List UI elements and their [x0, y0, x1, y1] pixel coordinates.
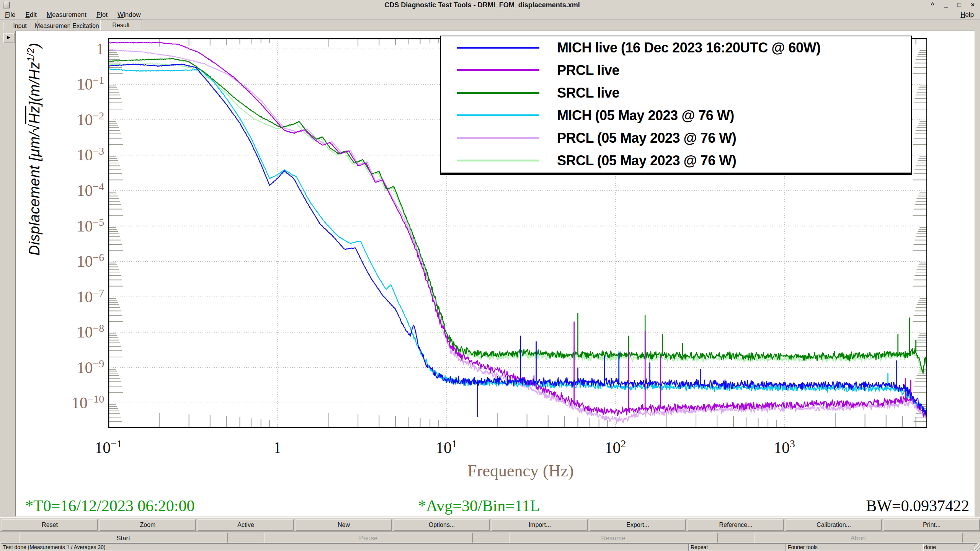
resume-button: Resume	[509, 533, 718, 544]
menu-items: FileEditMeasurementPlotWindow	[0, 11, 145, 18]
legend-entry: PRCL (05 May 2023 @ 76 W)	[441, 127, 911, 149]
y-tick-label: 10−2	[77, 111, 105, 129]
options-button[interactable]: Options...	[394, 519, 490, 531]
menu-plot[interactable]: Plot	[91, 10, 113, 19]
legend-label: MICH (05 May 2023 @ 76 W)	[557, 108, 734, 124]
tab-bar: InputMeasurementExcitationResult	[0, 19, 980, 31]
y-tick-label: 10−4	[77, 181, 105, 200]
y-tick-label: 10−9	[77, 359, 105, 377]
legend-line-swatch	[457, 47, 539, 49]
bw-annotation: BW=0.0937422	[866, 497, 969, 515]
y-tick-label: 10−8	[77, 323, 105, 341]
y-tick-label: 10−7	[77, 288, 105, 306]
export-button[interactable]: Export...	[590, 519, 686, 531]
menu-file[interactable]: File	[0, 10, 20, 19]
zoom-button[interactable]: Zoom	[100, 519, 196, 531]
y-tick-label: 10−5	[77, 217, 105, 235]
x-tick-label: 1	[273, 439, 281, 457]
close-button[interactable]: ×	[969, 0, 976, 10]
legend-entry: MICH (05 May 2023 @ 76 W)	[441, 104, 911, 127]
legend-line-swatch	[457, 137, 539, 139]
status-segment-3: done	[922, 543, 977, 551]
legend-line-swatch	[457, 92, 539, 94]
legend-label: MICH live (16 Dec 2023 16:20UTC @ 60W)	[557, 40, 820, 56]
window-controls: ^_□×	[929, 0, 976, 10]
tab-measurement[interactable]: Measurement	[37, 21, 70, 31]
status-segment-2: Fourier tools	[786, 543, 924, 551]
reference-button[interactable]: Reference...	[688, 519, 784, 531]
t0-annotation: *T0=16/12/2023 06:20:00	[25, 497, 195, 515]
legend-line-swatch	[457, 114, 539, 116]
reset-button[interactable]: Reset	[2, 519, 98, 531]
y-axis-label: Displacement [μm/√Hz](m/Hz1/2)	[26, 43, 43, 256]
y-tick-label: 10−1	[77, 75, 105, 93]
menu-edit[interactable]: Edit	[20, 10, 41, 19]
title-bar: CDS Diagnostic Test Tools - DRMI_FOM_dis…	[0, 0, 980, 10]
y-tick-label: 10−10	[72, 394, 104, 412]
pause-button: Pause	[264, 533, 473, 544]
menu-measurement[interactable]: Measurement	[42, 10, 91, 19]
print-button[interactable]: Print...	[884, 519, 980, 531]
x-axis-label: Frequency (Hz)	[467, 461, 573, 481]
legend-label: SRCL live	[557, 85, 619, 101]
minimize-button[interactable]: _	[942, 0, 949, 10]
right-arrow-icon: ▶	[7, 35, 10, 39]
legend-label: SRCL (05 May 2023 @ 76 W)	[557, 153, 736, 169]
menu-help[interactable]: Help	[957, 11, 978, 19]
legend-line-swatch	[457, 69, 539, 71]
shade-button[interactable]: ^	[929, 0, 936, 10]
legend-entry: SRCL live	[441, 82, 911, 104]
calibration-button[interactable]: Calibration...	[786, 519, 882, 531]
import-button[interactable]: Import...	[492, 519, 588, 531]
menu-window[interactable]: Window	[113, 10, 145, 19]
tab-excitation[interactable]: Excitation	[70, 21, 101, 31]
status-segment-0: Test done (Measurements 1 / Averages 30)	[1, 543, 689, 551]
y-tick-label: 1	[96, 40, 104, 58]
measurement-controls: StartPauseResumeAbort	[0, 531, 980, 543]
new-button[interactable]: New	[296, 519, 392, 531]
legend-label: PRCL (05 May 2023 @ 76 W)	[557, 130, 736, 146]
avg-annotation: *Avg=30/Bin=11L	[418, 497, 540, 515]
plot-legend: MICH live (16 Dec 2023 16:20UTC @ 60W)PR…	[440, 36, 912, 175]
x-tick-label: 101	[436, 439, 457, 457]
window-title: CDS Diagnostic Test Tools - DRMI_FOM_dis…	[384, 1, 580, 9]
tab-input[interactable]: Input	[3, 21, 37, 31]
legend-entry: SRCL (05 May 2023 @ 76 W)	[441, 149, 911, 172]
legend-entry: PRCL live	[441, 59, 911, 82]
active-button[interactable]: Active	[198, 519, 294, 531]
maximize-button[interactable]: □	[956, 0, 963, 10]
legend-line-swatch	[457, 160, 539, 161]
menu-bar: FileEditMeasurementPlotWindow Help	[0, 10, 980, 20]
status-segment-1: Repeat	[688, 543, 787, 551]
x-tick-label: 102	[604, 439, 626, 457]
status-bar: Test done (Measurements 1 / Averages 30)…	[0, 543, 980, 551]
y-tick-label: 10−6	[77, 252, 105, 271]
x-tick-label: 103	[774, 439, 795, 457]
legend-label: PRCL live	[557, 62, 619, 78]
panel-expander-button[interactable]: ▶	[3, 33, 15, 43]
abort-button: Abort	[754, 533, 963, 544]
y-tick-label: 10−3	[77, 146, 105, 164]
start-button[interactable]: Start	[19, 533, 228, 544]
tab-result[interactable]: Result	[100, 19, 142, 31]
plot-toolbar: ResetZoomActiveNewOptions...Import...Exp…	[0, 517, 980, 531]
x-tick-label: 10−1	[95, 439, 122, 457]
app-icon	[3, 2, 10, 8]
legend-entry: MICH live (16 Dec 2023 16:20UTC @ 60W)	[441, 36, 911, 59]
